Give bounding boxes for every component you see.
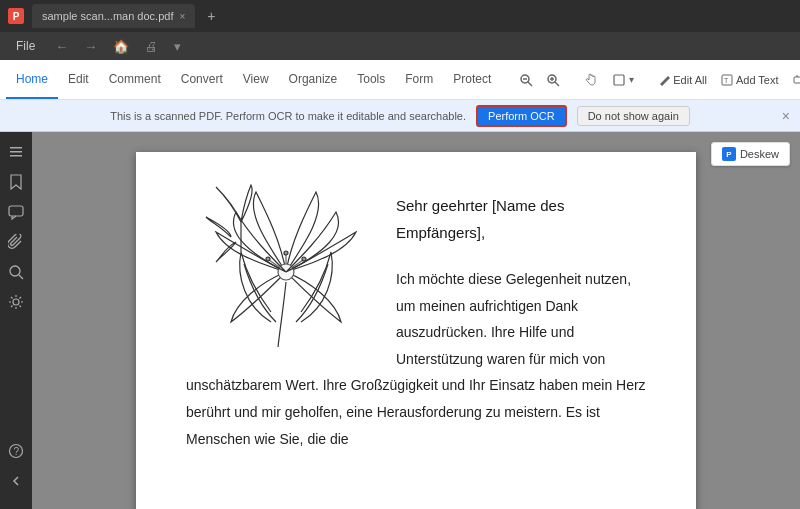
select-tool-button[interactable]: ▾ [606,70,640,90]
sidebar-icon-search[interactable] [4,260,28,284]
sidebar-icon-attachment[interactable] [4,230,28,254]
document-tab[interactable]: sample scan...man doc.pdf × [32,4,195,28]
sidebar-icon-menu[interactable] [4,140,28,164]
main-area: ? P Deskew [0,132,800,509]
svg-point-32 [266,257,270,261]
select-icon [612,73,626,87]
svg-rect-19 [10,147,22,149]
ocr-button[interactable]: OCR [787,71,800,89]
svg-rect-10 [794,77,800,83]
add-tab-button[interactable]: + [207,8,215,24]
bookmark-icon [9,174,23,190]
sidebar-icon-collapse[interactable] [4,469,28,493]
title-bar: P sample scan...man doc.pdf × + [0,0,800,32]
deskew-button[interactable]: P Deskew [711,142,790,166]
tab-comment[interactable]: Comment [99,60,171,99]
svg-point-34 [302,257,306,261]
edit-all-icon [658,74,670,86]
comment-icon [8,204,24,220]
tab-label: sample scan...man doc.pdf [42,10,173,22]
toolbar-icon-back[interactable]: ← [49,36,74,57]
sidebar-icon-settings[interactable] [4,290,28,314]
pdf-page: Sehr geehrter [Name des Empfängers], Ich… [136,152,696,509]
sidebar-bottom: ? [4,439,28,501]
toolbar-icon-dropdown[interactable]: ▾ [168,36,187,57]
menu-icon [8,144,24,160]
tab-edit[interactable]: Edit [58,60,99,99]
ocr-icon [793,74,800,86]
attachment-icon [8,234,24,250]
tab-convert[interactable]: Convert [171,60,233,99]
svg-point-30 [284,251,288,255]
svg-rect-20 [10,151,22,153]
toolbar-icon-print[interactable]: 🖨 [139,36,164,57]
tab-view[interactable]: View [233,60,279,99]
zoom-in-icon [546,73,560,87]
ocr-bar-close-icon[interactable]: × [782,108,790,124]
svg-rect-21 [10,155,22,157]
search-sidebar-icon [8,264,24,280]
app-icon: P [8,8,24,24]
zoom-out-icon [519,73,533,87]
svg-line-24 [19,275,23,279]
add-text-button[interactable]: T Add Text [715,71,785,89]
menu-file[interactable]: File [8,36,43,56]
tab-tools[interactable]: Tools [347,60,395,99]
hand-icon [584,73,598,87]
svg-line-1 [528,82,532,86]
zoom-controls [513,70,566,90]
help-icon: ? [8,443,24,459]
sidebar-icon-bookmark[interactable] [4,170,28,194]
deskew-icon: P [722,147,736,161]
svg-text:T: T [724,77,729,84]
flower-illustration [186,182,386,362]
tab-form[interactable]: Form [395,60,443,99]
ocr-notification-bar: This is a scanned PDF. Perform OCR to ma… [0,100,800,132]
tab-organize[interactable]: Organize [279,60,348,99]
document-area[interactable]: P Deskew [32,132,800,509]
left-sidebar: ? [0,132,32,509]
chevron-left-icon [8,473,24,489]
ocr-message: This is a scanned PDF. Perform OCR to ma… [110,110,466,122]
svg-point-23 [10,266,20,276]
svg-text:?: ? [14,446,20,457]
menu-bar: File ← → 🏠 🖨 ▾ [0,32,800,60]
do-not-show-button[interactable]: Do not show again [577,106,690,126]
tab-protect[interactable]: Protect [443,60,501,99]
zoom-in-button[interactable] [540,70,566,90]
main-toolbar: Home Edit Comment Convert View Organize … [0,60,800,100]
flower-svg [186,182,386,362]
perform-ocr-button[interactable]: Perform OCR [476,105,567,127]
svg-line-4 [555,82,559,86]
sidebar-icon-comment[interactable] [4,200,28,224]
zoom-out-button[interactable] [513,70,539,90]
svg-point-25 [13,299,19,305]
tab-home[interactable]: Home [6,60,58,99]
toolbar-icon-forward[interactable]: → [78,36,103,57]
tab-close-icon[interactable]: × [179,11,185,22]
svg-rect-7 [614,75,624,85]
add-text-icon: T [721,74,733,86]
edit-all-button[interactable]: Edit All [652,71,713,89]
toolbar-icon-home[interactable]: 🏠 [107,36,135,57]
gear-icon [8,294,24,310]
sidebar-icon-help[interactable]: ? [4,439,28,463]
hand-tool-button[interactable] [578,70,604,90]
svg-rect-22 [9,206,23,216]
toolbar-tabs: Home Edit Comment Convert View Organize … [6,60,501,99]
